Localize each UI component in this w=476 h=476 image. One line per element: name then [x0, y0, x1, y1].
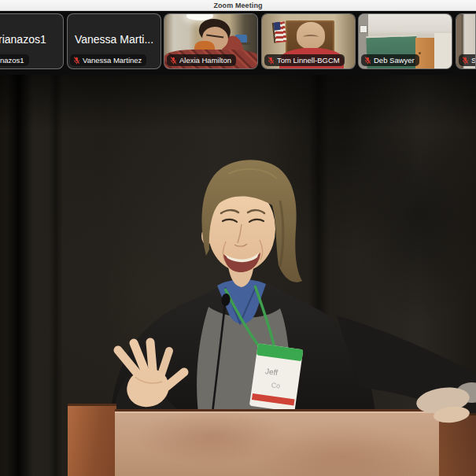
participant-name-pill: Alexia Hamilton [167, 54, 236, 66]
zoom-meeting-window: Zoom Meeting rianazos1 nazos1 Vanessa Ma… [0, 0, 476, 476]
participant-tile-tom-linnell[interactable]: Tom Linnell-BGCM [261, 13, 356, 69]
participant-tile-alexia-hamilton[interactable]: Alexia Hamilton [164, 13, 258, 69]
muted-mic-icon [73, 57, 80, 65]
participant-name-pill: Sh [459, 54, 476, 66]
whiteboard [360, 25, 367, 33]
participant-filmstrip: rianazos1 nazos1 Vanessa Marti... Vaness… [0, 11, 476, 75]
participant-name-pill: Deb Sawyer [361, 54, 419, 66]
participant-label: Deb Sawyer [374, 56, 415, 65]
participant-name-pill: nazos1 [0, 54, 29, 66]
participant-name-pill: Vanessa Martinez [70, 54, 146, 66]
participant-tile-vanessa-martinez[interactable]: Vanessa Marti... Vanessa Martinez [67, 13, 161, 69]
participant-tile-rianazos1[interactable]: rianazos1 nazos1 [0, 13, 64, 69]
speaker-right-hand-overlay [0, 75, 476, 476]
right-wall [434, 33, 452, 69]
flag-union [274, 22, 281, 31]
door-knob [419, 52, 421, 54]
participant-tile-deb-sawyer[interactable]: Deb Sawyer [358, 13, 452, 69]
participant-label: Tom Linnell-BGCM [277, 56, 340, 65]
brow-shadow [303, 35, 319, 39]
participant-display-name: Vanessa Marti... [75, 33, 153, 50]
participant-label: Vanessa Martinez [83, 56, 142, 65]
participant-label: Sh [471, 56, 476, 65]
participant-tile-partial[interactable]: Sh [456, 13, 476, 69]
muted-mic-icon [462, 57, 469, 65]
participant-display-name: rianazos1 [0, 33, 46, 50]
muted-mic-icon [364, 57, 371, 65]
window-title: Zoom Meeting [213, 2, 262, 9]
main-speaker-video[interactable]: Jeff Co [0, 75, 476, 476]
muted-mic-icon [268, 57, 275, 65]
muted-mic-icon [170, 57, 177, 65]
window-titlebar[interactable]: Zoom Meeting [0, 0, 476, 11]
participant-label: Alexia Hamilton [179, 56, 231, 65]
us-flag [272, 21, 287, 43]
participant-label: nazos1 [0, 56, 24, 65]
participant-name-pill: Tom Linnell-BGCM [264, 54, 345, 66]
